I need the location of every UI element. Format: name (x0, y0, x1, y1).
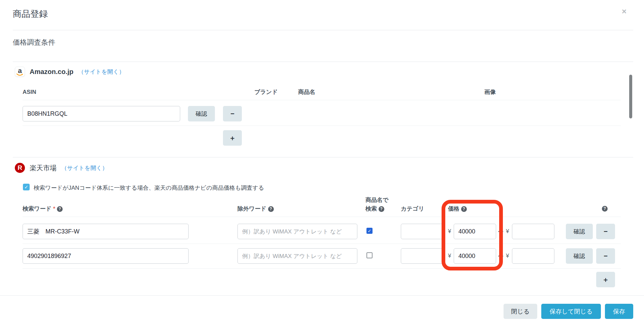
name-search-help-icon[interactable]: ? (379, 206, 384, 212)
footer-divider (0, 295, 644, 296)
name-search-checkbox-row1[interactable]: ✓ (366, 228, 373, 234)
category-input-row2[interactable] (401, 248, 444, 264)
price-help-icon[interactable]: ? (461, 206, 467, 212)
asin-confirm-button[interactable]: 確認 (188, 106, 215, 121)
rakuten-add-row-button[interactable]: ＋ (596, 272, 615, 287)
remove-button-row2[interactable]: − (596, 248, 615, 264)
row-actions-help-icon[interactable]: ? (602, 206, 608, 212)
asin-add-row-button[interactable]: ＋ (223, 130, 242, 146)
amazon-section-header: a Amazon.co.jp （サイトを開く） (15, 67, 125, 77)
amazon-name: Amazon.co.jp (30, 68, 73, 76)
save-and-close-button[interactable]: 保存して閉じる (541, 304, 601, 319)
check-icon: ✓ (24, 184, 28, 190)
amazon-smile-icon (17, 73, 23, 76)
rakuten-section-header: R 楽天市場 （サイトを開く） (15, 163, 108, 173)
yen-symbol-max-row1: ¥ (506, 228, 509, 235)
keyword-help-icon[interactable]: ? (57, 206, 63, 212)
name-search-header-line1: 商品名で (365, 196, 388, 205)
rakuten-open-site-link[interactable]: （サイトを開く） (61, 164, 108, 172)
column-header-exclude: 除外ワード ? (237, 205, 274, 213)
yen-symbol-max-row2: ¥ (506, 253, 509, 259)
price-header-text: 価格 (448, 206, 459, 212)
amazon-open-site-link[interactable]: （サイトを開く） (78, 68, 125, 76)
keyword-header-text: 検索ワード (23, 206, 52, 212)
column-header-product-name: 商品名 (298, 88, 315, 97)
remove-button-row1[interactable]: − (596, 224, 615, 239)
asin-remove-button[interactable]: − (223, 106, 242, 121)
rakuten-logo-letter: R (18, 164, 22, 172)
amazon-rakuten-divider (13, 157, 633, 157)
price-range-separator-row1: 〜 (498, 228, 504, 236)
price-min-input-row1[interactable] (454, 224, 496, 239)
column-header-asin: ASIN (23, 88, 36, 97)
confirm-button-row1[interactable]: 確認 (566, 224, 593, 239)
category-input-row1[interactable] (401, 224, 444, 239)
name-search-checkbox-row2[interactable] (366, 252, 373, 258)
rakuten-logo-icon: R (15, 163, 25, 173)
row2-divider (23, 268, 621, 269)
required-asterisk: * (53, 206, 56, 212)
column-header-name-search: 商品名で 検索 ? (365, 196, 388, 213)
column-header-price: 価格 ? (448, 205, 467, 213)
exclude-input-row2[interactable] (237, 248, 357, 264)
amazon-logo-letter: a (18, 68, 22, 73)
exclude-header-text: 除外ワード (237, 206, 266, 212)
asin-header-underline (23, 100, 621, 100)
row1-divider (23, 244, 621, 244)
price-max-input-row1[interactable] (512, 224, 554, 239)
rakuten-name: 楽天市場 (30, 163, 57, 173)
vertical-scrollbar-thumb[interactable] (629, 75, 632, 118)
keyword-input-row1[interactable] (23, 224, 189, 239)
yen-symbol-min-row1: ¥ (448, 228, 451, 235)
rakuten-header-underline (23, 217, 621, 217)
price-range-separator-row2: 〜 (498, 253, 504, 260)
price-min-input-row2[interactable] (454, 248, 496, 264)
exclude-help-icon[interactable]: ? (268, 206, 274, 212)
asin-input[interactable] (23, 106, 180, 121)
asin-row-divider (23, 125, 621, 126)
jan-match-checkbox[interactable]: ✓ (23, 184, 30, 190)
close-button[interactable]: 閉じる (504, 304, 537, 319)
keyword-input-row2[interactable] (23, 248, 189, 264)
section-title-price-survey: 価格調査条件 (13, 38, 55, 47)
amazon-logo-icon: a (15, 67, 25, 77)
exclude-input-row1[interactable] (237, 224, 357, 239)
page-title: 商品登録 (13, 8, 48, 20)
name-search-header-line2: 検索 ? (365, 205, 388, 213)
yen-symbol-min-row2: ¥ (448, 253, 451, 259)
check-icon: ✓ (368, 228, 372, 233)
section-divider (13, 62, 633, 62)
column-header-brand: ブランド (254, 88, 278, 97)
name-search-header-text: 検索 (365, 206, 377, 212)
jan-match-checkbox-label: 検索ワードがJANコード体系に一致する場合、楽天の商品価格ナビの商品価格も調査す… (34, 184, 264, 192)
price-max-input-row2[interactable] (512, 248, 554, 264)
save-button[interactable]: 保存 (605, 304, 633, 319)
confirm-button-row2[interactable]: 確認 (566, 248, 593, 264)
column-header-keyword: 検索ワード * ? (23, 205, 63, 213)
column-header-category: カテゴリ (401, 205, 424, 213)
column-header-image: 画像 (484, 88, 496, 97)
product-registration-modal: 商品登録 × 価格調査条件 a Amazon.co.jp （サイトを開く） AS… (0, 0, 644, 329)
header-divider (13, 30, 633, 30)
close-icon[interactable]: × (622, 7, 626, 15)
